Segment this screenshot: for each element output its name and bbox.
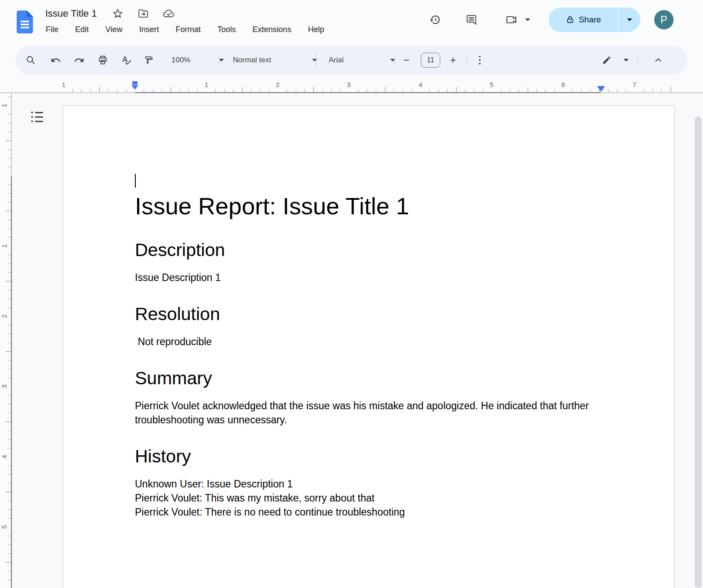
- section-heading[interactable]: Resolution: [135, 303, 604, 325]
- chevron-down-icon: [627, 18, 632, 21]
- zoom-select[interactable]: 100%: [167, 51, 228, 69]
- paragraph[interactable]: Unknown User: Issue Description 1: [135, 477, 604, 491]
- undo-icon: [51, 55, 61, 65]
- chevron-up-icon: [653, 55, 663, 65]
- header-actions: Share P: [0, 0, 703, 40]
- chevron-down-icon: [219, 59, 224, 61]
- account-avatar[interactable]: P: [654, 10, 674, 29]
- version-history-icon: [429, 14, 441, 25]
- vertical-scrollbar[interactable]: [695, 116, 702, 588]
- paint-format-icon: [144, 55, 153, 65]
- editing-mode-button[interactable]: [598, 51, 616, 69]
- paragraph[interactable]: Issue Description 1: [135, 271, 604, 285]
- editing-mode-dropdown[interactable]: [618, 51, 634, 69]
- share-button-group: Share: [549, 7, 640, 32]
- print-icon: [98, 55, 108, 65]
- join-call-button[interactable]: [500, 9, 522, 30]
- video-camera-icon: [505, 14, 517, 26]
- ruler-line: [11, 93, 12, 176]
- toolbar: 100% Normal text Arial − 11 +: [15, 46, 688, 74]
- ruler-line-text-area: [135, 92, 601, 93]
- toolbar-divider: [219, 53, 219, 68]
- share-label: Share: [579, 15, 601, 25]
- font-value: Arial: [329, 56, 344, 65]
- paragraph-style-value: Normal text: [233, 56, 271, 65]
- search-menus-button[interactable]: [22, 51, 40, 69]
- more-toolbar-options-button[interactable]: [471, 51, 489, 69]
- lock-icon: [566, 15, 574, 25]
- text-cursor: [135, 174, 136, 188]
- vertical-ruler[interactable]: 112345: [0, 93, 12, 588]
- call-options-dropdown[interactable]: [521, 9, 534, 30]
- font-select[interactable]: Arial: [324, 51, 400, 69]
- toolbar-divider: [638, 53, 638, 68]
- decrease-font-size-button[interactable]: −: [398, 51, 415, 69]
- spell-check-icon: [121, 55, 132, 65]
- version-history-button[interactable]: [424, 9, 446, 30]
- document-page[interactable]: Issue Report: Issue Title 1 Description …: [63, 105, 675, 588]
- google-docs-app: Issue Title 1: [0, 0, 703, 588]
- toolbar-divider: [467, 53, 467, 68]
- comments-icon: [466, 14, 477, 25]
- redo-button[interactable]: [70, 51, 88, 69]
- font-size-input[interactable]: 11: [421, 53, 440, 68]
- chevron-down-icon: [623, 59, 629, 61]
- zoom-value: 100%: [171, 56, 190, 65]
- empty-line[interactable]: [135, 173, 604, 188]
- left-indent-marker[interactable]: [131, 81, 138, 92]
- pencil-icon: [602, 55, 612, 65]
- document-outline-icon: [31, 112, 43, 122]
- ruler-line-text-area: [11, 176, 12, 588]
- section-history: History Unknown User: Issue Description …: [135, 445, 604, 519]
- share-dropdown[interactable]: [618, 7, 640, 32]
- paragraph[interactable]: Pierrick Voulet: This was my mistake, so…: [135, 491, 604, 505]
- chevron-down-icon: [312, 59, 317, 61]
- chevron-down-icon: [390, 59, 395, 61]
- section-heading[interactable]: Description: [135, 239, 604, 261]
- undo-button[interactable]: [47, 51, 65, 69]
- paragraph[interactable]: Pierrick Voulet acknowledged that the is…: [135, 399, 604, 427]
- section-summary: Summary Pierrick Voulet acknowledged tha…: [135, 367, 604, 427]
- horizontal-ruler[interactable]: 11234567: [0, 79, 703, 93]
- comments-button[interactable]: [461, 9, 482, 30]
- print-button[interactable]: [94, 51, 112, 69]
- paragraph-styles-select[interactable]: Normal text: [228, 51, 322, 69]
- doc-body-title[interactable]: Issue Report: Issue Title 1: [135, 191, 604, 220]
- paragraph[interactable]: Pierrick Voulet: There is no need to con…: [135, 505, 604, 519]
- redo-icon: [74, 55, 84, 65]
- search-icon: [25, 55, 36, 65]
- increase-font-size-button[interactable]: +: [444, 51, 462, 69]
- share-button[interactable]: Share: [549, 7, 618, 32]
- section-heading[interactable]: History: [135, 445, 604, 467]
- section-heading[interactable]: Summary: [135, 367, 604, 389]
- vertical-ellipsis-icon: [479, 56, 481, 65]
- chevron-down-icon: [525, 18, 530, 21]
- toolbar-divider: [394, 53, 395, 68]
- hide-menus-button[interactable]: [649, 51, 667, 69]
- paint-format-button[interactable]: [140, 51, 157, 69]
- spell-check-button[interactable]: [118, 51, 135, 69]
- toolbar-divider: [315, 53, 316, 68]
- right-indent-marker[interactable]: [597, 86, 605, 92]
- show-document-outline-button[interactable]: [27, 107, 47, 126]
- section-resolution: Resolution Not reproducible: [135, 303, 604, 349]
- section-description: Description Issue Description 1: [135, 239, 604, 285]
- document-content: Issue Report: Issue Title 1 Description …: [135, 173, 604, 519]
- paragraph[interactable]: Not reproducible: [135, 335, 604, 349]
